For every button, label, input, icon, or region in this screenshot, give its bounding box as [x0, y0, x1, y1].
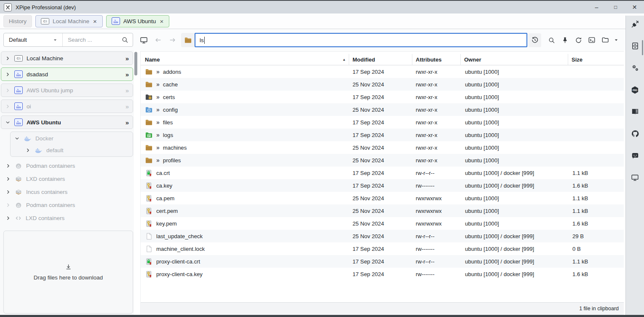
- close-icon[interactable]: ×: [93, 18, 97, 24]
- folder-outline-button[interactable]: [599, 33, 612, 47]
- sidebar-scrollbar[interactable]: [134, 51, 138, 177]
- column-header-owner[interactable]: Owner: [461, 54, 568, 65]
- table-row[interactable]: »machines25 Nov 2024rwxr-xr-xubuntu [100…: [141, 141, 624, 154]
- monitor-button[interactable]: [629, 172, 641, 183]
- expand-directory-icon[interactable]: »: [156, 157, 160, 164]
- search-input[interactable]: Search ...: [63, 33, 133, 46]
- cell-name: ca.crt: [141, 169, 349, 177]
- tab-history[interactable]: History: [3, 15, 32, 27]
- monitor-icon: [631, 174, 639, 182]
- caret-down-button[interactable]: [612, 33, 620, 47]
- cell-modified: 25 Nov 2024: [349, 145, 412, 151]
- column-header-name[interactable]: Name▲: [141, 54, 349, 65]
- column-header-size[interactable]: Size: [568, 54, 624, 65]
- tab-aws-ubuntu[interactable]: >_SSHAWS Ubuntu×: [106, 15, 169, 27]
- path-command-input[interactable]: ls: [195, 33, 527, 47]
- chevron-right-icon[interactable]: [5, 88, 11, 93]
- minimize-button[interactable]: –: [587, 1, 606, 13]
- xpipe-logo-icon: [4, 3, 12, 11]
- chevron-right-icon[interactable]: [5, 72, 11, 77]
- table-row[interactable]: key.pem25 Nov 2024rwxrwxrwxubuntu [1000]…: [141, 217, 624, 230]
- file-cabinet-button[interactable]: [629, 40, 641, 52]
- table-row[interactable]: »logs17 Sep 2024rwxr-xr-xubuntu [1000]: [141, 129, 624, 141]
- github-button[interactable]: [629, 128, 641, 140]
- chevron-right-icon[interactable]: [5, 176, 11, 182]
- monitor-button[interactable]: [139, 35, 148, 45]
- sidebar-item-podman-containers[interactable]: Podman containers: [1, 199, 133, 212]
- chevron-right-icon[interactable]: [5, 215, 11, 221]
- table-row[interactable]: machine_client.lock17 Sep 2024rw-------u…: [141, 242, 624, 255]
- profile-selector[interactable]: Default: [4, 33, 63, 46]
- expand-directory-icon[interactable]: »: [156, 119, 160, 126]
- chevron-right-icon[interactable]: [5, 56, 11, 61]
- table-row[interactable]: proxy-client-ca.key17 Sep 2024rw-------u…: [141, 268, 624, 280]
- terminal-window-button[interactable]: [585, 33, 599, 47]
- discord-button[interactable]: [629, 150, 641, 161]
- chevron-down-icon[interactable]: [14, 136, 20, 141]
- expand-directory-icon[interactable]: »: [156, 81, 160, 88]
- chevron-right-icon[interactable]: [25, 148, 31, 153]
- expand-directory-icon[interactable]: »: [156, 94, 160, 100]
- chevron-right-icon[interactable]: [5, 189, 11, 195]
- cell-name: proxy-client-ca.key: [141, 270, 349, 278]
- arrow-left-button[interactable]: [153, 35, 163, 45]
- sidebar-item-oi[interactable]: >_SSHoi»: [1, 99, 133, 113]
- table-row[interactable]: »files17 Sep 2024rwxr-xr-xubuntu [1000]: [141, 116, 624, 129]
- chevron-right-icon[interactable]: [5, 163, 11, 169]
- table-row[interactable]: proxy-client-ca.crt17 Sep 2024rw-r--r--u…: [141, 255, 624, 268]
- maximize-button[interactable]: □: [606, 1, 625, 13]
- sidebar-item-aws-ubuntu[interactable]: >_SSHAWS Ubuntu»: [1, 116, 133, 129]
- sidebar-item-incus-containers[interactable]: Incus containers: [1, 185, 133, 199]
- history-clock-button[interactable]: [528, 33, 541, 47]
- plug-button[interactable]: [629, 18, 641, 30]
- scrollbar-thumb[interactable]: [134, 52, 137, 75]
- close-icon[interactable]: ×: [159, 18, 164, 24]
- search-button[interactable]: [545, 33, 558, 47]
- sidebar-item-lxd-containers[interactable]: LXD containers: [1, 212, 133, 225]
- expand-menu-icon[interactable]: »: [126, 55, 129, 62]
- expand-menu-icon[interactable]: »: [126, 119, 129, 126]
- sidebar-item-lxd-containers[interactable]: LXD containers: [1, 172, 133, 185]
- folder-lock-icon: [145, 93, 153, 101]
- chevron-right-icon[interactable]: [5, 202, 11, 208]
- sidebar-item-dsadasd[interactable]: >_SSHdsadasd»: [1, 67, 133, 81]
- expand-menu-icon[interactable]: »: [126, 87, 129, 94]
- sidebar-item-default[interactable]: default: [11, 144, 133, 156]
- expand-directory-icon[interactable]: »: [156, 68, 160, 75]
- close-button[interactable]: ✕: [625, 1, 644, 13]
- table-row[interactable]: ca.key17 Sep 2024rw-------ubuntu [1000] …: [141, 179, 624, 192]
- table-row[interactable]: »config25 Nov 2024rwxr-xr-xubuntu [1000]: [141, 103, 624, 116]
- rail-scrollbar-thumb[interactable]: [642, 40, 643, 55]
- book-button[interactable]: [629, 106, 641, 118]
- table-row[interactable]: »profiles25 Nov 2024rwxr-xr-xubuntu [100…: [141, 154, 624, 167]
- arrow-right-button[interactable]: [168, 35, 177, 45]
- sidebar-item-aws-ubuntu-jump[interactable]: >_SSHAWS Ubuntu jump»: [1, 83, 133, 97]
- table-row[interactable]: »certs17 Sep 2024rwxr-xr-xubuntu [1000]: [141, 91, 624, 103]
- table-row[interactable]: »addons17 Sep 2024rwxr-xr-xubuntu [1000]: [141, 65, 624, 78]
- table-row[interactable]: cert.pem25 Nov 2024rwxrwxrwxubuntu [1000…: [141, 204, 624, 217]
- chevron-down-icon[interactable]: [5, 120, 11, 125]
- expand-menu-icon[interactable]: »: [126, 103, 129, 110]
- table-row[interactable]: »cache25 Nov 2024rwxr-xr-xubuntu [1000]: [141, 78, 624, 91]
- pin-button[interactable]: [558, 33, 572, 47]
- download-dropzone[interactable]: Drag files here to download: [3, 231, 133, 314]
- sidebar-item-docker[interactable]: Docker: [11, 132, 133, 144]
- chevron-right-icon[interactable]: [5, 104, 11, 109]
- table-row[interactable]: last_update_check25 Nov 2024rw-r--r--ubu…: [141, 230, 624, 242]
- table-row[interactable]: ca.crt17 Sep 2024rw-r--r--ubuntu [1000] …: [141, 167, 624, 179]
- column-header-modified[interactable]: Modified: [349, 54, 412, 65]
- sidebar-item-podman-containers[interactable]: Podman containers: [1, 159, 133, 172]
- refresh-button[interactable]: [572, 33, 585, 47]
- gears-button[interactable]: [629, 62, 641, 74]
- expand-directory-icon[interactable]: »: [156, 106, 160, 113]
- column-header-attributes[interactable]: Attributes: [412, 54, 461, 65]
- table-row[interactable]: ca.pem25 Nov 2024rwxrwxrwxubuntu [1000]1…: [141, 192, 624, 204]
- pro-badge-button[interactable]: PRO: [629, 84, 641, 96]
- expand-menu-icon[interactable]: »: [126, 71, 129, 78]
- sidebar-item-local-machine[interactable]: C:\Local Machine»: [1, 51, 133, 65]
- expand-directory-icon[interactable]: »: [156, 144, 160, 151]
- current-directory-button[interactable]: [181, 33, 195, 47]
- expand-directory-icon[interactable]: »: [156, 132, 160, 138]
- folder-icon: [145, 68, 153, 76]
- tab-local-machine[interactable]: C:\Local Machine×: [35, 15, 103, 27]
